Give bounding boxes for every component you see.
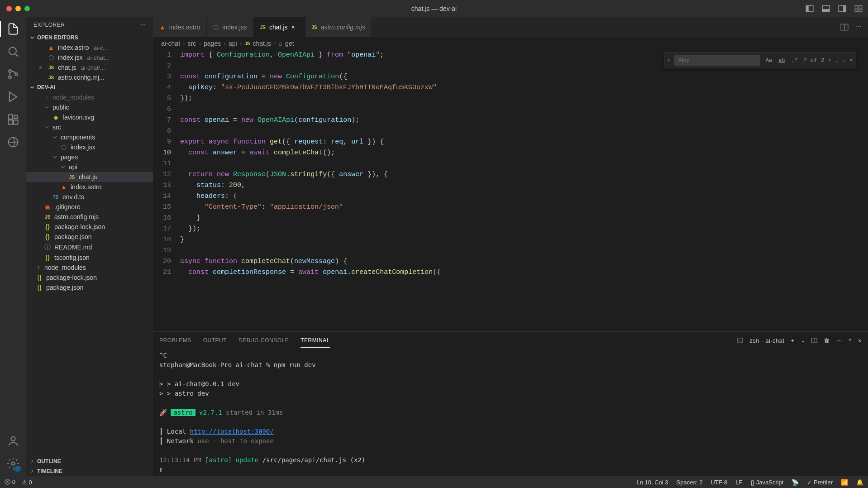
toggle-panel-left-icon[interactable] (806, 5, 814, 13)
breadcrumb-item[interactable]: ai-chat (161, 40, 180, 47)
open-editor-item[interactable]: ▲ index.astro ai-c... (26, 43, 153, 53)
close-window-button[interactable] (6, 6, 12, 11)
match-word-icon[interactable]: ab (777, 57, 787, 65)
kill-terminal-icon[interactable]: 🗑 (824, 337, 830, 344)
timeline-header[interactable]: TIMELINE (26, 466, 153, 476)
find-next-icon[interactable]: ↓ (835, 57, 839, 64)
tree-folder[interactable]: pages (26, 152, 153, 162)
toggle-replace-icon[interactable]: › (667, 57, 671, 64)
tree-file[interactable]: JS astro.config.mjs (26, 212, 153, 222)
toggle-panel-right-icon[interactable] (838, 5, 846, 13)
toggle-panel-bottom-icon[interactable] (822, 5, 830, 13)
jsx-icon: ⬡ (213, 24, 219, 31)
breadcrumb-item[interactable]: src (188, 40, 196, 47)
maximize-panel-icon[interactable]: ^ (849, 337, 852, 344)
tree-file[interactable]: ⬡ index.jsx (26, 142, 153, 152)
split-terminal-icon[interactable] (811, 337, 817, 344)
status-language[interactable]: {} JavaScript (750, 479, 783, 486)
tree-folder[interactable]: api (26, 162, 153, 172)
folder-name: public (52, 104, 69, 111)
status-encoding[interactable]: UTF-8 (711, 479, 727, 486)
terminal-dropdown-icon[interactable]: ⌄ (801, 338, 805, 343)
breadcrumb-item[interactable]: get (285, 40, 294, 47)
workspace-header[interactable]: DEV-AI (26, 82, 153, 92)
close-panel-icon[interactable]: × (858, 337, 862, 344)
tree-folder[interactable]: node_modules (26, 263, 153, 273)
regex-icon[interactable]: .* (790, 57, 800, 65)
tab-index-astro[interactable]: ▲ index.astro (153, 17, 207, 37)
tab-astro-config[interactable]: JS astro.config.mjs (305, 17, 372, 37)
source-control-icon[interactable] (7, 68, 19, 81)
status-indent[interactable]: Spaces: 2 (677, 479, 703, 486)
status-warnings[interactable]: ⚠ 0 (22, 479, 32, 486)
search-icon[interactable] (7, 45, 19, 58)
tree-file[interactable]: {} package.json (26, 282, 153, 292)
new-terminal-icon[interactable]: + (791, 337, 795, 344)
status-prettier[interactable]: ✓ Prettier (807, 479, 833, 486)
open-editor-item[interactable]: ⬡ index.jsx ai-chat... (26, 53, 153, 62)
terminal-select[interactable]: zsh - ai-chat (749, 337, 784, 344)
tree-folder[interactable]: components (26, 132, 153, 142)
tab-index-jsx[interactable]: ⬡ index.jsx (207, 17, 253, 37)
tree-file[interactable]: {} package-lock.json (26, 222, 153, 232)
tree-file[interactable]: ◆ favicon.svg (26, 112, 153, 122)
outline-header[interactable]: OUTLINE (26, 456, 153, 466)
extensions-icon[interactable] (7, 113, 19, 126)
file-name: index.astro (71, 183, 101, 191)
sidebar-more-icon[interactable]: ⋯ (140, 22, 146, 28)
status-bell-icon[interactable]: 🔔 (856, 479, 863, 486)
code-editor[interactable]: 123456789101112131415161718192021 import… (153, 50, 868, 331)
terminal-body[interactable]: ^C stephan@MacBook-Pro ai-chat % npm run… (153, 349, 868, 476)
find-close-icon[interactable]: × (849, 57, 853, 64)
edge-tools-icon[interactable] (7, 136, 19, 148)
tree-file[interactable]: TS env.d.ts (26, 192, 153, 202)
status-feedback-icon[interactable]: 📡 (792, 479, 799, 486)
maximize-window-button[interactable] (24, 6, 30, 11)
tree-folder[interactable]: node_modules (26, 92, 153, 102)
tree-folder[interactable]: src (26, 122, 153, 132)
open-editor-item[interactable]: JS astro.config.mj... (26, 72, 153, 82)
split-editor-icon[interactable] (840, 23, 849, 31)
open-editors-label: OPEN EDITORS (37, 34, 78, 41)
breadcrumbs[interactable]: ai-chat› src› pages› api› JS chat.js› ⌂ … (153, 37, 868, 50)
tree-file[interactable]: {} package.json (26, 232, 153, 242)
close-icon[interactable]: × (291, 24, 299, 31)
settings-icon[interactable]: 1 (7, 457, 19, 470)
find-input[interactable] (674, 55, 760, 66)
code-content[interactable]: import { Configuration, OpenAIApi } from… (180, 50, 868, 331)
status-cursor-pos[interactable]: Ln 10, Col 3 (637, 479, 668, 486)
breadcrumb-item[interactable]: api (229, 40, 237, 47)
accounts-icon[interactable] (7, 435, 19, 447)
status-live-icon[interactable]: 📶 (841, 479, 848, 486)
status-errors[interactable]: ⓧ 0 (5, 478, 15, 486)
minimize-window-button[interactable] (15, 6, 21, 11)
find-selection-icon[interactable]: ≡ (842, 57, 846, 64)
tree-file[interactable]: JS chat.js (26, 172, 153, 182)
tree-folder[interactable]: public (26, 102, 153, 112)
tab-chat-js[interactable]: JS chat.js × (254, 17, 305, 37)
open-editors-header[interactable]: OPEN EDITORS (26, 33, 153, 43)
find-prev-icon[interactable]: ↑ (828, 57, 832, 64)
breadcrumb-item[interactable]: pages (204, 40, 221, 47)
open-editor-item[interactable]: × JS chat.js ai-chat/... (26, 62, 153, 72)
tree-file[interactable]: {} tsconfig.json (26, 253, 153, 263)
explorer-icon[interactable] (7, 23, 19, 35)
panel-tab-terminal[interactable]: TERMINAL (300, 334, 330, 348)
tree-file[interactable]: ⓘ README.md (26, 242, 153, 253)
tree-file[interactable]: ▲ index.astro (26, 182, 153, 192)
status-eol[interactable]: LF (735, 479, 742, 486)
panel-more-icon[interactable]: ⋯ (836, 337, 843, 344)
match-case-icon[interactable]: Aa (764, 57, 774, 65)
tab-label: astro.config.mjs (321, 24, 365, 31)
close-icon[interactable]: × (37, 64, 44, 71)
more-actions-icon[interactable]: ⋯ (856, 23, 862, 31)
customize-layout-icon[interactable] (854, 5, 863, 13)
panel-tab-problems[interactable]: PROBLEMS (159, 334, 191, 347)
svg-point-10 (9, 48, 16, 55)
breadcrumb-item[interactable]: chat.js (253, 40, 271, 47)
tree-file[interactable]: {} package-lock.json (26, 273, 153, 282)
run-debug-icon[interactable] (7, 91, 19, 103)
tree-file[interactable]: ◉ .gitignore (26, 202, 153, 212)
panel-tab-output[interactable]: OUTPUT (203, 334, 227, 347)
panel-tab-debug[interactable]: DEBUG CONSOLE (238, 334, 289, 347)
